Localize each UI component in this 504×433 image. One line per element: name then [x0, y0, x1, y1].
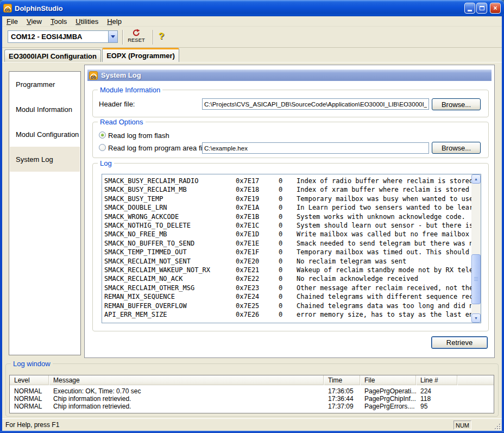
- cell: Chip information retrievied.: [49, 403, 324, 410]
- log-entry-name: SMACK_DOUBLE_LRN: [104, 203, 236, 212]
- log-entry[interactable]: SMACK_RECLAIM_NO_ACK0x7E220No reclaim ac…: [104, 274, 471, 283]
- log-entry-count: 0: [279, 185, 297, 194]
- log-entry-description: System should learn out sensor - but the…: [297, 221, 471, 230]
- program-area-file-input[interactable]: [202, 142, 429, 154]
- log-entry-description: Index of radio buffer where reclaim is s…: [297, 177, 471, 185]
- log-entry[interactable]: SMACK_RECLAIM_WAKEUP_NOT_RX0x7E210Wakeup…: [104, 266, 471, 274]
- log-entry-code: 0x7E1F: [236, 248, 279, 256]
- retrieve-button[interactable]: Retrieve: [431, 336, 488, 349]
- log-entry-name: SMACK_RECLAIM_OTHER_MSG: [104, 284, 236, 292]
- log-entry[interactable]: SMACK_RECLAIM_NOT_SENT0x7E200No reclaim …: [104, 257, 471, 266]
- log-legend: Log: [98, 159, 114, 167]
- sidebar-item-programmer[interactable]: Programmer: [10, 72, 80, 97]
- scrollbar-thumb[interactable]: [471, 254, 481, 304]
- cell: Execution: OK, Time: 0.70 sec: [49, 387, 324, 395]
- table-row[interactable]: NORMALExecution: OK, Time: 0.70 sec17:36…: [10, 387, 494, 395]
- help-button[interactable]: ?: [159, 31, 164, 42]
- log-entry-count: 0: [279, 274, 297, 283]
- log-entry[interactable]: SMACK_BUSY_TEMP0x7E190Temporary mailbox …: [104, 194, 471, 203]
- logwindow-table-header: LevelMessageTimeFileLine #: [10, 375, 494, 385]
- log-entry-count: 0: [279, 239, 297, 248]
- sidebar-item-modul-configuration[interactable]: Modul Configuration: [10, 122, 80, 147]
- table-row[interactable]: NORMALChip information retrievied.17:37:…: [10, 403, 494, 410]
- read-options-legend: Read Options: [98, 118, 146, 126]
- menu-file[interactable]: File: [2, 17, 22, 26]
- log-entry[interactable]: SMACK_RECLAIM_OTHER_MSG0x7E230Other mess…: [104, 284, 471, 292]
- log-entry-count: 0: [279, 310, 297, 319]
- log-entry[interactable]: SMACK_BUSY_RECLAIM_RADIO0x7E170Index of …: [104, 177, 471, 185]
- main-panel: DS System Log Module Information Header …: [84, 65, 495, 358]
- scroll-down-button[interactable]: ▼: [471, 313, 481, 323]
- module-information-group: Module Information Header file: Browse..…: [92, 90, 489, 117]
- column-header-level[interactable]: Level: [10, 375, 49, 385]
- vertical-scrollbar[interactable]: ▲ ▼: [471, 174, 481, 323]
- log-entry[interactable]: SMACK_NO_FREE_MB0x7E1D0Write mailbox was…: [104, 230, 471, 239]
- logwindow-table: LevelMessageTimeFileLine # NORMALExecuti…: [9, 375, 494, 413]
- log-entry-count: 0: [279, 194, 297, 203]
- log-entry[interactable]: API_ERR_MEM_SIZE0x7E260error memory size…: [104, 310, 471, 319]
- log-entry[interactable]: REMAN_MIX_SEQUENCE0x7E240Chained telegra…: [104, 292, 471, 301]
- scroll-up-button[interactable]: ▲: [471, 174, 481, 184]
- menu-utilities[interactable]: Utilities: [71, 17, 103, 26]
- log-entry[interactable]: SMACK_NO_BUFFER_TO_SEND0x7E1E0Smack need…: [104, 239, 471, 248]
- menu-tools[interactable]: Tools: [46, 17, 71, 26]
- app-icon: DS: [3, 4, 12, 12]
- read-from-file-radio[interactable]: [99, 144, 106, 151]
- com-port-value: COM12 - EOSI4JMBA: [8, 33, 108, 41]
- maximize-button[interactable]: [476, 3, 487, 14]
- table-row[interactable]: NORMALChip information retrievied.17:36:…: [10, 395, 494, 403]
- com-port-combobox[interactable]: COM12 - EOSI4JMBA: [8, 30, 118, 43]
- close-button[interactable]: ×: [490, 3, 501, 14]
- log-entry-code: 0x7E1A: [236, 203, 279, 212]
- log-entry-name: SMACK_NO_FREE_MB: [104, 230, 236, 239]
- log-entry-name: SMACK_WRONG_ACKCODE: [104, 212, 236, 221]
- status-bar: For Help, press F1 NUM: [2, 418, 502, 431]
- log-entry[interactable]: REMAN_BUFFER_OVERFLOW0x7E250Chained tele…: [104, 302, 471, 310]
- module-information-legend: Module Information: [98, 86, 162, 94]
- log-window-legend: Log window: [11, 360, 53, 368]
- status-text: For Help, press F1: [5, 421, 59, 429]
- log-entry-name: API_ERR_MEM_SIZE: [104, 310, 236, 319]
- column-header-line[interactable]: Line #: [416, 375, 457, 385]
- log-entry-description: Chained telegrams data was too long and …: [297, 302, 471, 310]
- minimize-button[interactable]: [464, 3, 475, 14]
- cell: 95: [416, 403, 457, 410]
- log-window-group: Log window LevelMessageTimeFileLine # NO…: [5, 363, 499, 417]
- log-entry[interactable]: SMACK_BUSY_RECLAIM_MB0x7E180Index of xra…: [104, 185, 471, 194]
- log-entry[interactable]: SMACK_TEMP_TIMMED_OUT0x7E1F0Temporary ma…: [104, 248, 471, 256]
- log-entry[interactable]: SMACK_WRONG_ACKCODE0x7E1B0System works w…: [104, 212, 471, 221]
- menu-help[interactable]: Help: [103, 17, 126, 26]
- column-header-message[interactable]: Message: [49, 375, 324, 385]
- log-entry-description: System works with unknown acknowledge co…: [297, 212, 471, 221]
- tab-1[interactable]: EO3000IAPI Configuration: [4, 49, 101, 62]
- resize-grip[interactable]: [494, 423, 501, 430]
- log-listbox: SMACK_BUSY_RECLAIM_RADIO0x7E170Index of …: [102, 174, 481, 323]
- log-entry-code: 0x7E22: [236, 274, 279, 283]
- log-entry[interactable]: SMACK_NOTHIG_TO_DELETE0x7E1C0System shou…: [104, 221, 471, 230]
- header-file-input[interactable]: [202, 98, 429, 110]
- window-border-right: [502, 16, 504, 433]
- sidebar-item-modul-information[interactable]: Modul Information: [10, 97, 80, 122]
- cell: NORMAL: [10, 387, 49, 395]
- log-entry-description: Write mailbox was called but no free mai…: [297, 230, 471, 239]
- sidebar-item-system-log[interactable]: System Log: [10, 147, 80, 172]
- log-entry-name: REMAN_MIX_SEQUENCE: [104, 292, 236, 301]
- column-header-time[interactable]: Time: [324, 375, 360, 385]
- log-entry-description: Temporary mailbox was busy when wanted t…: [297, 194, 471, 203]
- log-entry-count: 0: [279, 292, 297, 301]
- column-header-file[interactable]: File: [360, 375, 416, 385]
- browse-program-file-button[interactable]: Browse...: [432, 142, 481, 154]
- log-group: Log SMACK_BUSY_RECLAIM_RADIO0x7E170Index…: [92, 163, 489, 331]
- log-entry-description: Other message after reclaim received, no…: [297, 284, 471, 292]
- log-entry-code: 0x7E25: [236, 302, 279, 310]
- close-icon: ×: [493, 4, 497, 12]
- browse-header-file-button[interactable]: Browse...: [432, 98, 481, 110]
- tab-2[interactable]: EOPX (Programmer): [102, 48, 179, 62]
- combobox-dropdown-button[interactable]: [108, 31, 117, 42]
- log-entry-name: SMACK_RECLAIM_NOT_SENT: [104, 257, 236, 266]
- reset-button[interactable]: RESET: [123, 29, 149, 43]
- window-border-bottom: [0, 431, 504, 433]
- read-from-flash-radio[interactable]: [99, 131, 106, 139]
- log-entry[interactable]: SMACK_DOUBLE_LRN0x7E1A0In Learn period t…: [104, 203, 471, 212]
- menu-view[interactable]: View: [22, 17, 46, 26]
